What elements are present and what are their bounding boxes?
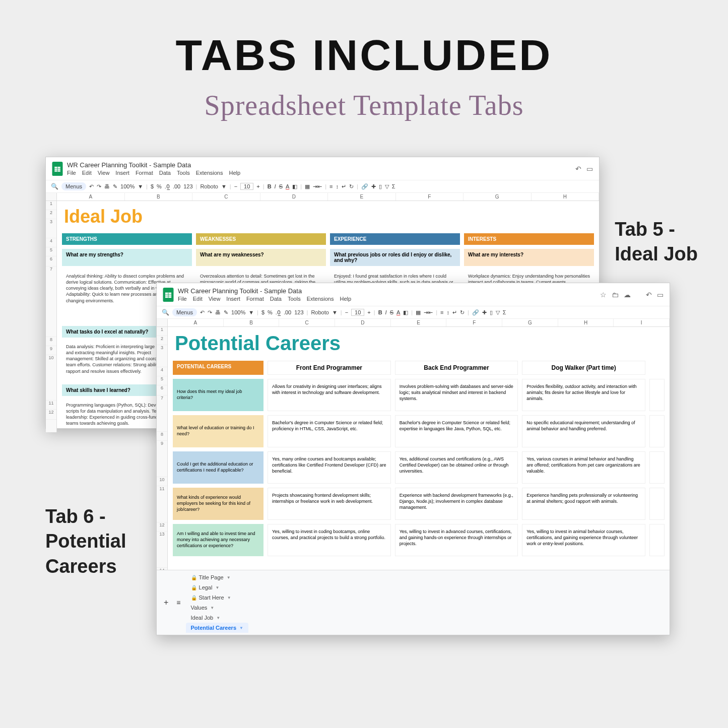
doc-title[interactable]: WR Career Planning Toolkit - Sample Data xyxy=(67,161,240,169)
all-sheets-icon[interactable]: ≡ xyxy=(173,599,183,607)
comment-icon[interactable]: ✚ xyxy=(371,183,376,190)
menu-edit[interactable]: Edit xyxy=(193,296,203,302)
col-E[interactable]: E xyxy=(391,319,447,326)
folder-icon[interactable]: 🗀 xyxy=(612,291,619,299)
borders-icon[interactable]: ▦ xyxy=(305,183,310,190)
doc-title[interactable]: WR Career Planning Toolkit - Sample Data xyxy=(178,287,351,295)
col-C[interactable]: C xyxy=(279,319,335,326)
inc-dec-icon[interactable]: .00 xyxy=(284,309,291,315)
col-B[interactable]: B xyxy=(224,319,280,326)
col-C[interactable]: C xyxy=(192,193,260,201)
num-format[interactable]: 123 xyxy=(294,309,303,315)
rotate-icon[interactable]: ↻ xyxy=(460,309,465,316)
tab-legal[interactable]: 🔒 Legal ▼ xyxy=(186,582,248,592)
search-icon[interactable]: 🔍 xyxy=(51,183,58,190)
merge-icon[interactable]: ⇥⇤ xyxy=(424,309,433,316)
menu-format[interactable]: Format xyxy=(246,296,264,302)
tab-title-page[interactable]: 🔒 Title Page ▼ xyxy=(186,572,248,582)
tab-start-here[interactable]: 🔒 Start Here ▼ xyxy=(186,592,248,603)
sigma-icon[interactable]: Σ xyxy=(503,309,506,315)
num-format[interactable]: 123 xyxy=(183,183,192,189)
col-A[interactable]: A xyxy=(57,193,125,201)
chart-icon[interactable]: ▯ xyxy=(490,309,493,316)
font-select[interactable]: Roboto xyxy=(200,183,218,189)
valign-icon[interactable]: ↕ xyxy=(336,183,339,189)
font-size[interactable]: 10 xyxy=(351,309,364,316)
menu-data[interactable]: Data xyxy=(270,296,282,302)
font-select[interactable]: Roboto xyxy=(311,309,328,315)
undo-icon[interactable]: ↶ xyxy=(89,183,94,190)
inc-dec-icon[interactable]: .00 xyxy=(173,183,180,189)
menu-search[interactable]: Menus xyxy=(61,182,86,190)
menu-tools[interactable]: Tools xyxy=(177,170,190,176)
bold-icon[interactable]: B xyxy=(378,309,382,315)
menu-data[interactable]: Data xyxy=(159,170,171,176)
menu-view[interactable]: View xyxy=(209,296,221,302)
strike-icon[interactable]: S xyxy=(390,309,393,315)
history-icon[interactable]: ↶ xyxy=(575,165,581,173)
rotate-icon[interactable]: ↻ xyxy=(349,183,354,190)
textcolor-icon[interactable]: A xyxy=(286,183,289,189)
valign-icon[interactable]: ↕ xyxy=(446,309,449,315)
dec-dec-icon[interactable]: .0̲ xyxy=(276,309,281,316)
col-E[interactable]: E xyxy=(328,193,396,201)
print-icon[interactable]: 🖶 xyxy=(104,183,110,189)
italic-icon[interactable]: I xyxy=(385,309,387,315)
link-icon[interactable]: 🔗 xyxy=(361,183,368,190)
col-H[interactable]: H xyxy=(532,193,600,201)
tab-potential-careers[interactable]: Potential Careers ▼ xyxy=(186,623,248,633)
col-A[interactable]: A xyxy=(168,319,224,326)
menu-tools[interactable]: Tools xyxy=(288,296,301,302)
menu-format[interactable]: Format xyxy=(136,170,153,176)
paint-icon[interactable]: ✎ xyxy=(113,183,117,190)
menu-file[interactable]: File xyxy=(67,170,76,176)
col-G[interactable]: G xyxy=(464,193,532,201)
currency-icon[interactable]: $ xyxy=(151,183,154,189)
history-icon[interactable]: ↶ xyxy=(646,291,652,299)
present-icon[interactable]: ▭ xyxy=(586,165,593,173)
redo-icon[interactable]: ↷ xyxy=(97,183,101,190)
cloud-icon[interactable]: ☁ xyxy=(624,291,631,299)
halign-icon[interactable]: ≡ xyxy=(440,309,443,315)
wrap-icon[interactable]: ↵ xyxy=(342,183,346,190)
col-D[interactable]: D xyxy=(335,319,391,326)
font-size[interactable]: 10 xyxy=(240,183,253,190)
menu-help[interactable]: Help xyxy=(229,170,240,176)
col-H[interactable]: H xyxy=(558,319,614,326)
menu-view[interactable]: View xyxy=(98,170,110,176)
comment-icon[interactable]: ✚ xyxy=(482,309,487,316)
bold-icon[interactable]: B xyxy=(268,183,272,189)
col-G[interactable]: G xyxy=(502,319,558,326)
dec-dec-icon[interactable]: .0̲ xyxy=(165,183,170,190)
paint-icon[interactable]: ✎ xyxy=(224,309,228,316)
link-icon[interactable]: 🔗 xyxy=(472,309,479,316)
italic-icon[interactable]: I xyxy=(275,183,276,189)
textcolor-icon[interactable]: A xyxy=(396,309,400,315)
menu-edit[interactable]: Edit xyxy=(82,170,92,176)
zoom[interactable]: 100% xyxy=(120,183,135,189)
menu-extensions[interactable]: Extensions xyxy=(196,170,223,176)
add-sheet-icon[interactable]: + xyxy=(161,598,171,607)
menu-file[interactable]: File xyxy=(178,296,187,302)
percent-icon[interactable]: % xyxy=(157,183,162,189)
currency-icon[interactable]: $ xyxy=(261,309,264,315)
menu-search[interactable]: Menus xyxy=(172,308,197,316)
tab-values[interactable]: Values ▼ xyxy=(186,603,248,613)
redo-icon[interactable]: ↷ xyxy=(208,309,212,316)
star-icon[interactable]: ☆ xyxy=(600,291,607,299)
zoom[interactable]: 100% xyxy=(231,309,245,315)
search-icon[interactable]: 🔍 xyxy=(162,309,169,316)
menu-insert[interactable]: Insert xyxy=(115,170,129,176)
menu-extensions[interactable]: Extensions xyxy=(307,296,334,302)
wrap-icon[interactable]: ↵ xyxy=(452,309,457,316)
halign-icon[interactable]: ≡ xyxy=(329,183,333,189)
menu-insert[interactable]: Insert xyxy=(226,296,240,302)
col-F[interactable]: F xyxy=(446,319,502,326)
filter-icon[interactable]: ▽ xyxy=(385,183,389,190)
merge-icon[interactable]: ⇥⇤ xyxy=(313,183,322,190)
filter-icon[interactable]: ▽ xyxy=(496,309,500,316)
borders-icon[interactable]: ▦ xyxy=(416,309,421,316)
tab-ideal-job[interactable]: Ideal Job ▼ xyxy=(186,613,248,623)
percent-icon[interactable]: % xyxy=(268,309,273,315)
sigma-icon[interactable]: Σ xyxy=(392,183,395,189)
